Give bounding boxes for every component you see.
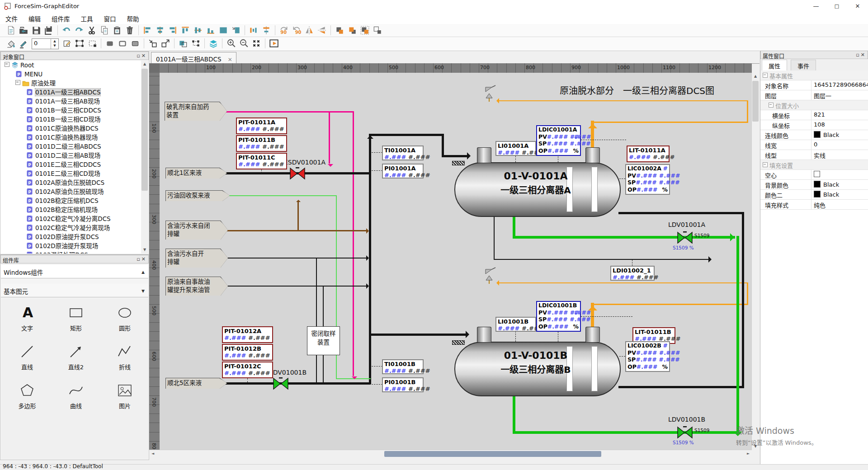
save-all-button[interactable] <box>43 25 55 36</box>
save-button[interactable] <box>30 25 42 36</box>
tree-item-label[interactable]: 0103混烃处理DCS <box>35 251 88 254</box>
scroll-right-icon[interactable]: ► <box>745 450 752 457</box>
instrument-LDIC01001B[interactable]: LDIC01001B#PV#.### #.###SP#.### #.###OP#… <box>536 301 581 332</box>
copy-button[interactable] <box>99 25 110 36</box>
new-file-button[interactable] <box>5 25 17 36</box>
pen-color-button[interactable] <box>18 38 29 49</box>
tree-item-label[interactable]: 0101B一级三相CDDCS <box>35 107 101 114</box>
tree-item-label[interactable]: 0101A一级三相ABDCS <box>35 89 100 96</box>
property-value[interactable]: Black <box>814 191 866 198</box>
fill-style-1-button[interactable] <box>104 38 116 49</box>
prop-row-12[interactable]: 颜色二Black <box>760 190 868 200</box>
scroll-down-icon[interactable]: ▼ <box>141 246 148 254</box>
select-rect-button[interactable] <box>74 38 85 49</box>
tree-scrollbar[interactable]: ▲ ▼ <box>141 61 148 254</box>
instrument-LIC01002B[interactable]: LIC01002B#PV#.### #.###SP#.### #.###OP#.… <box>625 341 670 372</box>
prop-row-4[interactable]: 横坐标821 <box>760 110 868 120</box>
tree-item-label[interactable]: 0101C原油换热器DCS <box>35 125 99 132</box>
instrument-LDIC01001A[interactable]: LDIC01001A#PV#.### #.###SP#.### #.###OP#… <box>536 125 581 156</box>
tree-item-label[interactable]: 0102A原油负压脱硫DCS <box>35 179 104 186</box>
align-middle-button[interactable] <box>154 25 166 36</box>
scroll-thumb[interactable] <box>142 69 148 191</box>
instrument-LI01001A[interactable]: LI01001A#.### #.### <box>495 141 536 156</box>
scroll-thumb[interactable] <box>752 81 759 122</box>
select-area-button[interactable] <box>86 38 98 49</box>
close-button[interactable]: ✕ <box>847 0 868 13</box>
tree-item-label[interactable]: Root <box>20 61 34 69</box>
redo-button[interactable] <box>73 25 85 36</box>
property-value[interactable]: Black <box>814 131 866 138</box>
tree-item-1[interactable]: PMENU <box>1 70 141 79</box>
property-value[interactable]: 实线 <box>814 151 866 160</box>
section-basic-shapes[interactable]: 基本图元 ▼ <box>1 284 148 297</box>
delete-button[interactable] <box>124 25 136 36</box>
fill-style-3-button[interactable] <box>129 38 141 49</box>
line-width-spinner[interactable]: 0▲▼ <box>32 38 59 49</box>
paste-button[interactable] <box>111 25 123 36</box>
same-size-button[interactable] <box>217 25 229 36</box>
distribute-vertical-button[interactable] <box>260 25 272 36</box>
instrument-TI01001A[interactable]: TI01001A#.### #.### <box>382 146 424 160</box>
tree-item-9[interactable]: P0101D二级三相ABDCS <box>1 142 141 151</box>
instrument-PIT-01012A[interactable]: PIT-01012A#.### #.### <box>222 326 273 343</box>
tree-item-16[interactable]: P0102B稳定压缩机现场 <box>1 205 141 214</box>
component-line[interactable]: 直线 <box>5 343 50 376</box>
edit-vertex-button[interactable] <box>61 38 73 49</box>
menu-4[interactable]: 窗口 <box>99 13 122 24</box>
instrument-LIC01002A[interactable]: LIC01002A#PV#.### #.###SP#.### #.###OP#.… <box>625 164 670 195</box>
tree-item-label[interactable]: 0101E二级三相CD现场 <box>35 170 100 177</box>
tree-item-label[interactable]: 原油处理 <box>31 80 56 87</box>
tree-item-17[interactable]: P0102C稳定气冷凝分离DCS <box>1 214 141 223</box>
tree-item-label[interactable]: 0101D二级三相AB现场 <box>35 152 100 159</box>
layers-button[interactable] <box>208 38 219 49</box>
instrument-LIT-01011A[interactable]: LIT-01011A#.### #.### <box>627 146 670 162</box>
property-value[interactable]: 108 <box>814 121 866 128</box>
instrument-PIT-01012C[interactable]: PIT-01012C#.### #.### <box>222 362 273 378</box>
tree-item-4[interactable]: P0101A一级三相AB现场 <box>1 97 141 106</box>
float-panel-icon[interactable]: ▫ <box>137 256 141 262</box>
tree-item-label[interactable]: MENU <box>24 70 42 78</box>
property-value[interactable]: 纯色 <box>814 201 866 209</box>
tree-item-13[interactable]: P0102A原油负压脱硫DCS <box>1 178 141 187</box>
scroll-down-icon[interactable]: ▼ <box>752 443 759 450</box>
tree-item-21[interactable]: P0103混烃处理DCS <box>1 250 141 254</box>
tree-item-label[interactable]: 0102D原油提升泵现场 <box>35 242 98 249</box>
group-button[interactable] <box>359 25 371 36</box>
tree-item-label[interactable]: 0102C稳定气冷凝分离DCS <box>35 215 111 222</box>
tree-item-label[interactable]: 0102B稳定压缩机DCS <box>35 197 99 204</box>
instrument-PIT-01011A[interactable]: PIT-01011A#.### #.### <box>236 118 287 134</box>
bring-to-front-button[interactable] <box>334 25 345 36</box>
menu-5[interactable]: 帮助 <box>122 13 145 24</box>
component-text[interactable]: A 文字 <box>5 305 50 337</box>
fill-color-button[interactable] <box>5 38 17 49</box>
component-line2[interactable]: 直线2 <box>53 343 99 376</box>
prop-section-3[interactable]: 位置大小 <box>760 100 868 110</box>
tab-events[interactable]: 事件 <box>791 60 816 71</box>
component-polygon[interactable]: 多边形 <box>5 382 50 415</box>
scroll-up-icon[interactable]: ▲ <box>752 73 759 80</box>
esdv-b-valve[interactable] <box>273 377 288 392</box>
tree-item-10[interactable]: P0101D二级三相AB现场 <box>1 151 141 160</box>
tree-item-8[interactable]: P0101C原油换热器现场 <box>1 133 141 142</box>
tab-0101a[interactable]: 0101A一级三相ABDCS ✕ <box>151 52 236 63</box>
send-to-back-button[interactable] <box>346 25 358 36</box>
tree-item-5[interactable]: P0101B一级三相CDDCS <box>1 106 141 115</box>
component-image[interactable]: 图片 <box>102 382 147 415</box>
prop-row-1[interactable]: 对象名称1645172890668648 <box>760 80 868 90</box>
zoom-in-button[interactable] <box>225 38 237 49</box>
cut-button[interactable] <box>86 25 98 36</box>
close-panel-icon[interactable]: ✕ <box>142 256 147 262</box>
scroll-thumb[interactable] <box>384 451 601 457</box>
tree-item-18[interactable]: P0102C稳定气冷凝分离现场 <box>1 223 141 232</box>
tab-close-icon[interactable]: ✕ <box>228 56 232 63</box>
collapse-icon[interactable] <box>769 103 774 108</box>
menu-2[interactable]: 组件库 <box>46 13 75 24</box>
prop-row-2[interactable]: 图层图层一 <box>760 90 868 100</box>
combine-button[interactable] <box>177 38 189 49</box>
tree-item-label[interactable]: 0102D原油提升泵DCS <box>35 233 99 240</box>
collapse-icon[interactable] <box>763 162 768 167</box>
tree-item-6[interactable]: P0101B一级三相CD现场 <box>1 115 141 124</box>
menu-0[interactable]: 文件 <box>0 13 23 24</box>
minimize-button[interactable]: — <box>806 0 826 13</box>
canvas-horizontal-scrollbar[interactable]: ◄ ► <box>149 450 752 458</box>
